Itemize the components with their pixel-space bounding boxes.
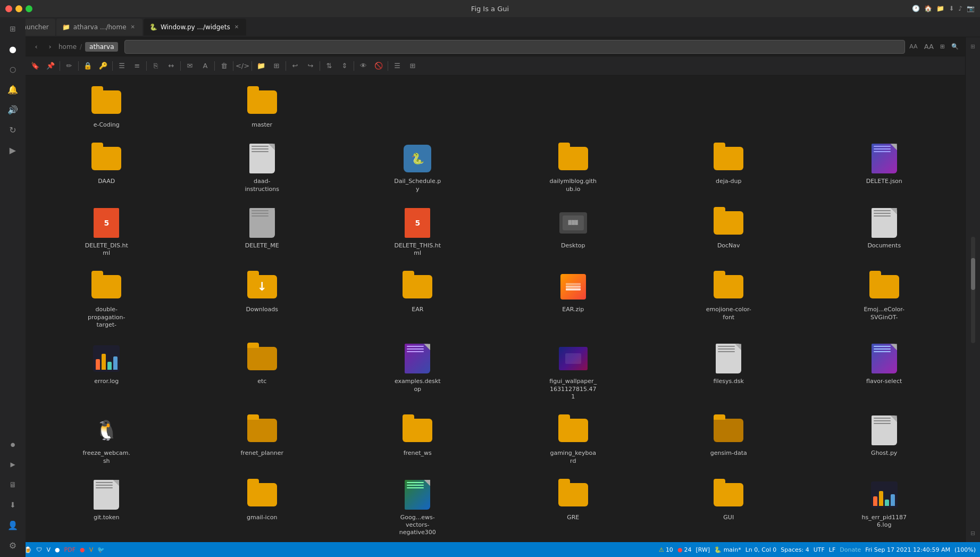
tab-home[interactable]: 📁 atharva .../home ✕ bbox=[56, 19, 143, 36]
file-item[interactable]: 5 DELETE_DIS.html bbox=[31, 202, 182, 262]
tab-home-close[interactable]: ✕ bbox=[130, 23, 136, 31]
scrollbar-thumb[interactable] bbox=[971, 258, 975, 290]
file-item[interactable]: examples.desktop bbox=[342, 337, 493, 405]
file-item[interactable]: EAR.zip bbox=[498, 265, 649, 333]
file-item[interactable]: etc bbox=[187, 337, 338, 405]
file-item[interactable]: GRE bbox=[498, 473, 649, 541]
undo-btn[interactable]: ↩ bbox=[288, 59, 303, 73]
sidebar-extensions[interactable]: ⊞ bbox=[3, 19, 22, 38]
breadcrumb-home[interactable]: home bbox=[58, 43, 77, 51]
text-button[interactable]: ⊞ bbox=[938, 42, 947, 51]
key-btn[interactable]: 🔑 bbox=[96, 59, 111, 73]
sidebar-dot1[interactable]: ● bbox=[3, 435, 22, 454]
layout2-btn[interactable]: ≡ bbox=[130, 59, 145, 73]
file-item[interactable]: figui_wallpaper_1631127815.471 bbox=[498, 337, 649, 405]
code-btn[interactable]: </> bbox=[235, 59, 250, 73]
view-btn[interactable]: 👁 bbox=[356, 59, 371, 73]
file-item[interactable]: DocNav bbox=[653, 202, 805, 262]
traffic-lights[interactable] bbox=[5, 5, 32, 12]
tab-widgets[interactable]: 🐍 Window.py .../widgets ✕ bbox=[144, 19, 246, 36]
file-item[interactable]: frenet_planner bbox=[187, 409, 338, 469]
nav-back[interactable]: ‹ bbox=[30, 40, 43, 53]
file-item[interactable]: hs_err_pid11876.log bbox=[809, 473, 960, 541]
file-item[interactable]: Documents bbox=[809, 202, 960, 262]
file-item[interactable]: GUI bbox=[653, 473, 805, 541]
scrollbar-track[interactable] bbox=[971, 237, 975, 343]
filter-btn[interactable]: ⇕ bbox=[337, 59, 352, 73]
address-input[interactable] bbox=[124, 40, 905, 54]
aa-button[interactable]: AA bbox=[907, 42, 919, 51]
file-item-downloads[interactable]: ↓ Downloads bbox=[187, 265, 338, 333]
folder-icon[interactable]: 📁 bbox=[936, 5, 944, 12]
sidebar-download2[interactable]: ⬇ bbox=[3, 495, 22, 514]
sidebar-circle1[interactable]: ● bbox=[3, 39, 22, 59]
close-button[interactable] bbox=[5, 5, 12, 12]
bookmark-btn[interactable]: 🔖 bbox=[28, 59, 43, 73]
clock-icon[interactable]: 🕐 bbox=[912, 5, 920, 12]
move-btn[interactable]: ↔ bbox=[164, 59, 179, 73]
file-item[interactable]: Emoj...eColor-SVGinOT- bbox=[809, 265, 960, 333]
list-btn[interactable]: ☰ bbox=[390, 59, 405, 73]
sort-btn[interactable]: ⇅ bbox=[322, 59, 337, 73]
file-item[interactable]: dailymlblog.github.io bbox=[498, 137, 649, 197]
expand-btn[interactable]: ⊞ bbox=[967, 40, 979, 52]
sidebar-settings[interactable]: ⚙ bbox=[3, 536, 22, 555]
file-item[interactable]: filesys.dsk bbox=[653, 337, 805, 405]
lock-btn[interactable]: 🔒 bbox=[80, 59, 95, 73]
file-item[interactable]: emojione-color-font bbox=[653, 265, 805, 333]
layout1-btn[interactable]: ☰ bbox=[114, 59, 129, 73]
file-item[interactable]: master bbox=[187, 81, 338, 133]
sidebar-dot2[interactable]: ▶ bbox=[3, 455, 22, 474]
sidebar-refresh[interactable]: ↻ bbox=[3, 120, 22, 139]
terminal-btn[interactable]: ⊞ bbox=[269, 59, 284, 73]
file-item[interactable]: gmail-icon bbox=[187, 473, 338, 541]
file-item[interactable]: error.log bbox=[31, 337, 182, 405]
copy-btn[interactable]: ⎘ bbox=[148, 59, 163, 73]
file-item[interactable]: Goog...ews-vectors-negative300 bbox=[342, 473, 493, 541]
file-item[interactable]: DELETE_ME bbox=[187, 202, 338, 262]
edit-btn[interactable]: ✏ bbox=[62, 59, 77, 73]
pin-btn[interactable]: 📌 bbox=[43, 59, 58, 73]
sidebar-volume[interactable]: 🔊 bbox=[3, 100, 22, 119]
collapse-btn[interactable]: ⊟ bbox=[967, 527, 979, 539]
file-item[interactable]: e-Coding bbox=[31, 81, 182, 133]
tab-widgets-close[interactable]: ✕ bbox=[233, 23, 240, 31]
sidebar-bell[interactable]: 🔔 bbox=[3, 80, 22, 99]
file-item[interactable]: Ghost.py bbox=[809, 409, 960, 469]
home-icon[interactable]: 🏠 bbox=[924, 5, 932, 12]
sidebar-monitor[interactable]: 🖥 bbox=[3, 475, 22, 494]
delete-btn[interactable]: 🗑 bbox=[216, 59, 231, 73]
file-item[interactable]: ▓▓▓ Desktop bbox=[498, 202, 649, 262]
camera-icon[interactable]: 📷 bbox=[967, 5, 975, 12]
font-btn[interactable]: A bbox=[198, 59, 213, 73]
maximize-button[interactable] bbox=[26, 5, 32, 12]
file-item[interactable]: 🐍 Dail_Schedule.py bbox=[342, 137, 493, 197]
file-item[interactable]: double-propagation-target- bbox=[31, 265, 182, 333]
file-item[interactable]: DAAD bbox=[31, 137, 182, 197]
status-donate[interactable]: Donate bbox=[840, 546, 861, 553]
sidebar-user[interactable]: 👤 bbox=[3, 516, 22, 535]
file-item[interactable]: frenet_ws bbox=[342, 409, 493, 469]
minimize-button[interactable] bbox=[15, 5, 22, 12]
search-addr-button[interactable]: 🔍 bbox=[949, 42, 961, 51]
file-grid-container[interactable]: e-Coding master DAAD bbox=[26, 76, 965, 542]
hide-btn[interactable]: 🚫 bbox=[371, 59, 386, 73]
download-icon[interactable]: ⬇ bbox=[949, 5, 954, 12]
file-item[interactable]: flavor-select bbox=[809, 337, 960, 405]
music-icon[interactable]: ♪ bbox=[958, 5, 962, 12]
mail-btn[interactable]: ✉ bbox=[182, 59, 197, 73]
grid-btn[interactable]: ⊞ bbox=[405, 59, 420, 73]
file-item[interactable]: 5 DELETE_THIS.html bbox=[342, 202, 493, 262]
file-item[interactable]: EAR bbox=[342, 265, 493, 333]
file-item[interactable]: DELETE.json bbox=[809, 137, 960, 197]
file-item[interactable]: gensim-data bbox=[653, 409, 805, 469]
nav-forward[interactable]: › bbox=[44, 40, 56, 53]
sidebar-circle2[interactable]: ○ bbox=[3, 60, 22, 79]
aa-large-button[interactable]: AA bbox=[922, 41, 936, 52]
file-item[interactable]: git.token bbox=[31, 473, 182, 541]
file-item[interactable]: 🐧 freeze_webcam.sh bbox=[31, 409, 182, 469]
file-item[interactable]: deja-dup bbox=[653, 137, 805, 197]
redo-btn[interactable]: ↪ bbox=[303, 59, 318, 73]
sidebar-play[interactable]: ▶ bbox=[3, 140, 22, 160]
folder2-btn[interactable]: 📁 bbox=[254, 59, 269, 73]
